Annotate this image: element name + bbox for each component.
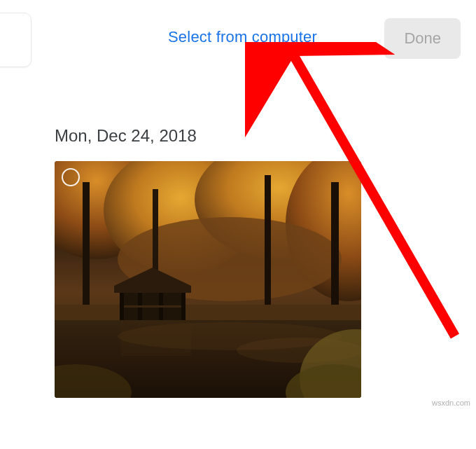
photo-thumbnail[interactable] xyxy=(55,161,361,398)
autumn-landscape-image xyxy=(55,161,361,398)
svg-rect-14 xyxy=(181,293,186,322)
photo-group-date: Mon, Dec 24, 2018 xyxy=(55,126,197,146)
svg-rect-17 xyxy=(124,305,181,308)
svg-rect-8 xyxy=(265,175,271,322)
selection-circle-icon[interactable] xyxy=(62,168,80,186)
select-from-computer-link[interactable]: Select from computer xyxy=(168,28,317,46)
left-card-fragment xyxy=(0,13,31,67)
watermark-text: wsxdn.com xyxy=(432,399,470,407)
svg-rect-13 xyxy=(120,293,124,322)
done-button[interactable]: Done xyxy=(384,18,461,59)
svg-rect-10 xyxy=(55,305,361,320)
svg-rect-6 xyxy=(83,182,90,322)
